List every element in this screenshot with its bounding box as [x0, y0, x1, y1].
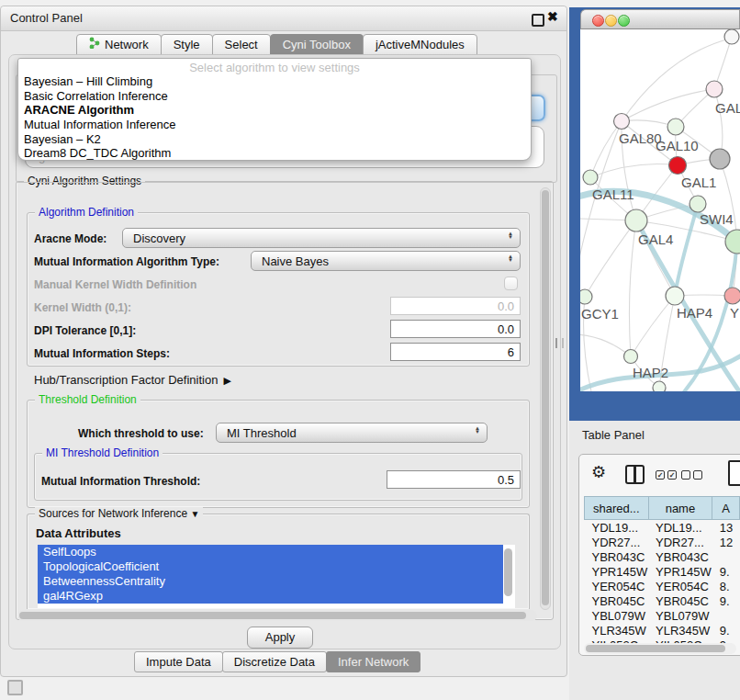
algorithm-option-basic-correlation-inference[interactable]: Basic Correlation Inference — [18, 89, 531, 104]
table-cell[interactable]: YBR043C — [648, 549, 712, 564]
table-cell[interactable]: 12 — [712, 535, 740, 549]
collapse-triangle-icon[interactable]: ▼ — [190, 509, 199, 519]
tab-network[interactable]: Network — [76, 34, 162, 56]
table-cell[interactable]: 13 — [712, 520, 740, 536]
table-row[interactable]: YBL079WYBL079W — [585, 608, 740, 623]
tab-cyni-toolbox[interactable]: Cyni Toolbox — [270, 34, 364, 56]
tab-infer-network[interactable]: Infer Network — [326, 651, 420, 672]
table-cell[interactable]: 8. — [712, 579, 740, 593]
algorithm-option-dream8-dc-tdc-algorithm[interactable]: Dream8 DC_TDC Algorithm — [18, 146, 531, 161]
columns-icon[interactable] — [625, 465, 645, 484]
dpi-tolerance-field[interactable]: 0.0 — [390, 320, 521, 338]
network-node[interactable] — [706, 81, 723, 97]
network-view-canvas[interactable]: GALGAL80GAL10GAL1SWI4GAL11GAL4GCY1HAP4YH… — [580, 29, 740, 391]
network-node[interactable] — [583, 170, 598, 185]
table-horizontal-scrollbar[interactable] — [584, 643, 736, 654]
settings-vertical-scrollbar[interactable] — [540, 187, 551, 610]
float-panel-icon[interactable] — [532, 14, 544, 27]
window-zoom-icon[interactable] — [618, 15, 630, 27]
mi-threshold-field[interactable]: 0.5 — [387, 470, 521, 489]
settings-vscroll-thumb[interactable] — [542, 190, 549, 605]
attributes-vscroll[interactable] — [504, 548, 515, 603]
manual-kernel-checkbox[interactable] — [504, 277, 518, 290]
network-node[interactable] — [624, 350, 638, 364]
attribute-item-topologicalcoefficient[interactable]: TopologicalCoefficient — [38, 559, 503, 574]
network-node[interactable] — [667, 119, 684, 135]
aracne-mode-combo[interactable]: Discovery ▲▼ — [122, 228, 521, 248]
network-node[interactable] — [724, 29, 739, 44]
network-edge[interactable] — [675, 204, 698, 296]
window-minimize-icon[interactable] — [605, 15, 617, 27]
network-node[interactable] — [666, 287, 684, 305]
network-graph[interactable]: GALGAL80GAL10GAL1SWI4GAL11GAL4GCY1HAP4YH… — [580, 29, 740, 391]
network-node[interactable] — [653, 381, 666, 391]
mi-steps-field[interactable]: 6 — [390, 343, 521, 361]
network-node[interactable] — [690, 196, 706, 212]
kernel-width-field[interactable]: 0.0 — [390, 297, 521, 315]
table-row[interactable]: YDR27...YDR27...12 — [585, 535, 740, 549]
select-all-checkbox-icon[interactable]: ✓ — [667, 470, 677, 480]
close-panel-icon[interactable]: ✖ — [547, 9, 558, 24]
table-cell[interactable]: YDR27... — [585, 535, 649, 549]
table-cell[interactable] — [712, 608, 740, 623]
mi-type-combo[interactable]: Naive Bayes ▲▼ — [251, 251, 521, 271]
table-row[interactable]: YBR043CYBR043C — [585, 549, 740, 564]
table-cell[interactable]: YBL079W — [585, 608, 649, 623]
table-cell[interactable]: 9. — [712, 593, 740, 608]
table-cell[interactable] — [712, 549, 740, 564]
table-cell[interactable]: YLR345W — [648, 623, 712, 638]
settings-hscroll-thumb[interactable] — [19, 612, 526, 619]
network-edge[interactable] — [631, 296, 675, 356]
tab-impute-data[interactable]: Impute Data — [134, 651, 223, 672]
attributes-vscroll-thumb[interactable] — [504, 548, 512, 596]
network-edge[interactable] — [622, 89, 714, 121]
node-attribute-table[interactable]: shared...nameA YDL19...YDL19...13YDR27..… — [584, 496, 740, 652]
table-cell[interactable]: YLR345W — [585, 623, 649, 638]
table-cell[interactable]: YBR045C — [648, 593, 712, 608]
tab-jactivemnodules[interactable]: jActiveMNodules — [363, 34, 477, 56]
column-header-shared[interactable]: shared... — [585, 497, 649, 520]
algorithm-option-mutual-information-inference[interactable]: Mutual Information Inference — [18, 118, 531, 132]
settings-horizontal-scrollbar[interactable] — [17, 610, 537, 621]
table-cell[interactable]: YPR145W — [648, 564, 712, 579]
network-window-titlebar[interactable] — [580, 9, 740, 29]
table-row[interactable]: YDL19...YDL19...13 — [585, 520, 740, 536]
tab-select[interactable]: Select — [212, 34, 271, 56]
expand-triangle-icon[interactable]: ▶ — [223, 375, 230, 386]
apply-button[interactable]: Apply — [247, 627, 313, 649]
panel-divider-grip[interactable] — [555, 338, 564, 348]
window-close-icon[interactable] — [592, 15, 604, 27]
network-edge[interactable] — [580, 334, 631, 356]
table-row[interactable]: YER054CYER054C8. — [585, 579, 740, 593]
algorithm-option-aracne-algorithm[interactable]: ARACNE Algorithm — [18, 103, 531, 118]
table-cell[interactable]: YBL079W — [648, 608, 712, 623]
attribute-item-betweennesscentrality[interactable]: BetweennessCentrality — [38, 574, 503, 589]
table-cell[interactable]: YER054C — [585, 579, 649, 593]
table-cell[interactable]: YBR043C — [585, 549, 649, 564]
algorithm-option-bayesian-hill-climbing[interactable]: Bayesian – Hill Climbing — [18, 74, 531, 89]
deselect-all-checkbox-icon[interactable] — [681, 470, 690, 480]
network-node[interactable] — [625, 209, 647, 231]
select-all-checkbox-icon[interactable]: ✓ — [656, 470, 665, 480]
which-threshold-combo[interactable]: MI Threshold ▲▼ — [216, 423, 488, 443]
tab-style[interactable]: Style — [161, 34, 213, 56]
table-cell[interactable]: 9. — [712, 564, 740, 579]
minimized-panel-icon[interactable] — [7, 680, 23, 695]
network-node[interactable] — [724, 288, 740, 304]
table-cell[interactable]: YBR045C — [585, 593, 649, 608]
data-attributes-list[interactable]: SelfLoopsTopologicalCoefficientBetweenne… — [38, 545, 515, 608]
network-node[interactable] — [710, 149, 730, 169]
attribute-item-selfloops[interactable]: SelfLoops — [38, 545, 503, 559]
tab-discretize-data[interactable]: Discretize Data — [222, 651, 327, 672]
table-cell[interactable]: 9. — [712, 623, 740, 638]
network-node[interactable] — [580, 289, 592, 304]
table-cell[interactable]: YDR27... — [648, 535, 712, 549]
new-table-icon[interactable] — [728, 460, 740, 486]
table-row[interactable]: YLR345WYLR345W9. — [585, 623, 740, 638]
table-row[interactable]: YPR145WYPR145W9. — [585, 564, 740, 579]
table-row[interactable]: YBR045CYBR045C9. — [585, 593, 740, 608]
table-cell[interactable]: YDL19... — [585, 520, 649, 536]
hub-definition-expander[interactable]: Hub/Transcription Factor Definition▶ — [34, 373, 231, 387]
network-edge[interactable] — [622, 39, 730, 121]
network-node[interactable] — [614, 114, 630, 130]
